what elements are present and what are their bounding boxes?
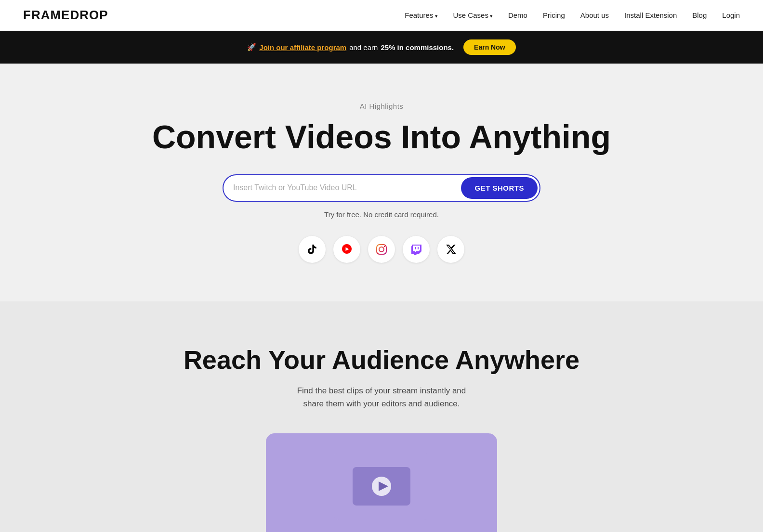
- get-shorts-button[interactable]: GET SHORTS: [461, 177, 538, 199]
- svg-rect-7: [415, 247, 416, 249]
- banner-text: 🚀 Join our affiliate program and earn 25…: [247, 43, 454, 52]
- nav-link-about-us[interactable]: About us: [580, 11, 609, 19]
- nav-item-features[interactable]: Features: [405, 11, 437, 20]
- section2-title: Reach Your Audience Anywhere: [12, 345, 751, 375]
- affiliate-link[interactable]: Join our affiliate program: [259, 43, 346, 52]
- section2: Reach Your Audience Anywhere Find the be…: [0, 301, 763, 532]
- nav-link-login[interactable]: Login: [722, 11, 740, 19]
- x-twitter-icon[interactable]: [437, 236, 464, 263]
- nav-item-install-extension[interactable]: Install Extension: [624, 11, 677, 20]
- hero-subtext: Try for free. No credit card required.: [12, 210, 751, 219]
- tiktok-icon[interactable]: [299, 236, 326, 263]
- navbar: FRAMEDROP Features Use Cases Demo Pricin…: [0, 0, 763, 31]
- logo[interactable]: FRAMEDROP: [23, 8, 108, 23]
- nav-link-use-cases[interactable]: Use Cases: [453, 11, 493, 19]
- svg-rect-1: [377, 245, 386, 254]
- nav-item-pricing[interactable]: Pricing: [543, 11, 565, 20]
- section2-preview-image: [266, 433, 497, 532]
- banner-commission-text: 25% in commissions.: [381, 43, 454, 52]
- hero-label: AI Highlights: [12, 102, 751, 110]
- nav-link-install-extension[interactable]: Install Extension: [624, 11, 677, 19]
- url-input[interactable]: [233, 178, 461, 198]
- svg-text:S: S: [346, 250, 348, 253]
- banner-middle-text: and earn: [349, 43, 378, 52]
- nav-link-pricing[interactable]: Pricing: [543, 11, 565, 19]
- url-form: GET SHORTS: [223, 174, 540, 202]
- nav-item-about-us[interactable]: About us: [580, 11, 609, 20]
- youtube-shorts-icon[interactable]: S: [333, 236, 360, 263]
- nav-item-demo[interactable]: Demo: [508, 11, 527, 20]
- hero-title: Convert Videos Into Anything: [12, 119, 751, 155]
- nav-link-features[interactable]: Features: [405, 11, 437, 19]
- nav-links: Features Use Cases Demo Pricing About us…: [405, 11, 740, 20]
- hero-section: AI Highlights Convert Videos Into Anythi…: [0, 64, 763, 301]
- svg-point-2: [379, 247, 384, 252]
- nav-link-demo[interactable]: Demo: [508, 11, 527, 19]
- social-icons: S: [12, 236, 751, 263]
- svg-point-3: [384, 246, 385, 247]
- nav-link-blog[interactable]: Blog: [692, 11, 707, 19]
- rocket-icon: 🚀: [247, 43, 256, 52]
- svg-rect-6: [418, 247, 419, 249]
- instagram-icon[interactable]: [368, 236, 395, 263]
- section2-desc: Find the best clips of your stream insta…: [237, 384, 526, 410]
- nav-item-login[interactable]: Login: [722, 11, 740, 20]
- twitch-icon[interactable]: [403, 236, 430, 263]
- nav-item-use-cases[interactable]: Use Cases: [453, 11, 493, 20]
- preview-svg: [333, 453, 430, 520]
- nav-item-blog[interactable]: Blog: [692, 11, 707, 20]
- earn-now-button[interactable]: Earn Now: [463, 39, 516, 55]
- affiliate-banner: 🚀 Join our affiliate program and earn 25…: [0, 31, 763, 64]
